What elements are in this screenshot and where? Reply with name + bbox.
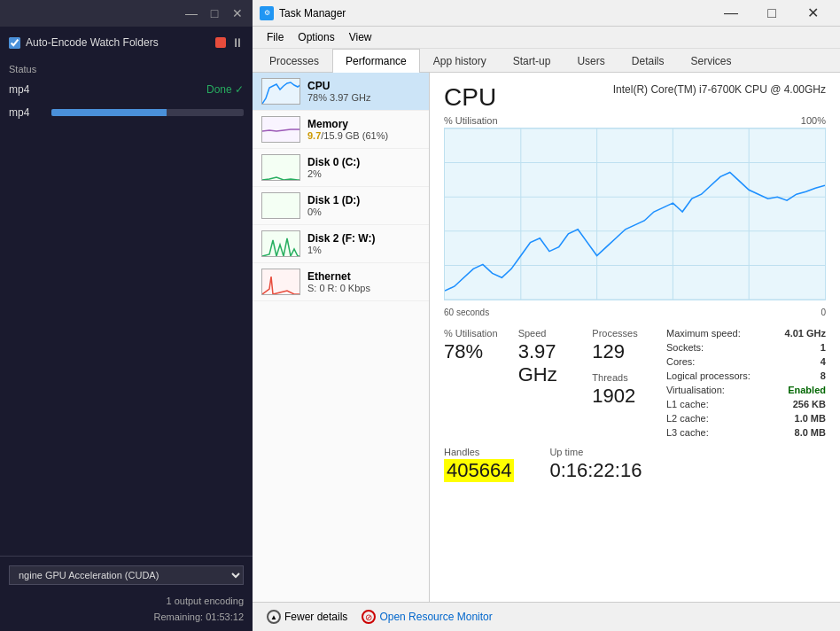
cores-value: 4 xyxy=(821,356,826,367)
cpu-graph xyxy=(444,128,826,300)
max-speed-value: 4.01 GHz xyxy=(785,328,826,339)
auto-encode-row: Auto-Encode Watch Folders ⏸ xyxy=(9,35,244,50)
cores-row: Cores: 4 xyxy=(666,356,826,367)
threads-label: Threads xyxy=(592,372,659,383)
tab-details[interactable]: Details xyxy=(618,49,678,73)
status-label: Status xyxy=(9,64,244,74)
disk0-sidebar-info: Disk 0 (C:) 2% xyxy=(307,156,420,179)
l1-cache-row: L1 cache: 256 KB xyxy=(666,399,826,409)
task-row-1: mp4 Done ✓ xyxy=(9,80,244,99)
menu-file[interactable]: File xyxy=(260,28,291,46)
cpu-util-label: % Utilisation xyxy=(444,115,498,126)
cpu-sidebar-info: CPU 78% 3.97 GHz xyxy=(307,80,420,103)
menu-view[interactable]: View xyxy=(342,28,379,46)
fewer-details-button[interactable]: ▲ Fewer details xyxy=(267,610,347,624)
sockets-row: Sockets: 1 xyxy=(666,342,826,353)
record-indicator xyxy=(215,37,226,48)
close-button[interactable]: ✕ xyxy=(229,5,245,21)
sidebar-item-ethernet[interactable]: Ethernet S: 0 R: 0 Kbps xyxy=(253,263,429,301)
output-row: 1 output encoding xyxy=(9,596,244,606)
virtualisation-label: Virtualisation: xyxy=(666,385,725,395)
maximize-button[interactable]: □ xyxy=(206,5,222,21)
gpu-select[interactable]: ngine GPU Acceleration (CUDA) xyxy=(9,565,244,585)
cpu-header: CPU Intel(R) Core(TM) i7-6700K CPU @ 4.0… xyxy=(444,83,826,112)
tab-users[interactable]: Users xyxy=(564,49,618,73)
task2-name: mp4 xyxy=(9,106,44,119)
eth-sidebar-name: Ethernet xyxy=(307,270,420,283)
left-content: Auto-Encode Watch Folders ⏸ Status mp4 D… xyxy=(0,27,253,556)
tab-app-history[interactable]: App history xyxy=(420,49,500,73)
cpu-sidebar-name: CPU xyxy=(307,80,420,92)
tm-minimize-button[interactable]: — xyxy=(711,0,751,27)
tm-title: Task Manager xyxy=(279,7,711,19)
cpu-mini-chart xyxy=(261,78,300,105)
mem-sidebar-name: Memory xyxy=(307,118,420,130)
disk0-sidebar-name: Disk 0 (C:) xyxy=(307,156,420,168)
disk2-sidebar-name: Disk 2 (F: W:) xyxy=(307,232,420,245)
gpu-row: ngine GPU Acceleration (CUDA) xyxy=(9,565,244,585)
l2-cache-value: 1.0 MB xyxy=(795,413,826,424)
sidebar-item-cpu[interactable]: CPU 78% 3.97 GHz xyxy=(253,73,429,111)
max-speed-row: Maximum speed: 4.01 GHz xyxy=(666,328,826,339)
pause-button[interactable]: ⏸ xyxy=(231,35,244,50)
utilisation-stat: % Utilisation 78% xyxy=(444,328,511,438)
cores-label: Cores: xyxy=(666,356,695,367)
disk2-sidebar-value: 1% xyxy=(307,245,420,255)
menu-options[interactable]: Options xyxy=(291,28,341,46)
left-titlebar-buttons: — □ ✕ xyxy=(183,5,245,21)
logical-processors-label: Logical processors: xyxy=(666,370,751,381)
sidebar-item-disk2[interactable]: Disk 2 (F: W:) 1% xyxy=(253,225,429,263)
left-app-panel: — □ ✕ Auto-Encode Watch Folders ⏸ Status… xyxy=(0,0,253,631)
processes-label: Processes xyxy=(592,328,659,339)
eth-mini-chart xyxy=(261,269,300,295)
l3-cache-label: L3 cache: xyxy=(666,427,709,438)
tm-bottom: ▲ Fewer details ⊘ Open Resource Monitor xyxy=(253,602,840,631)
task1-status: Done ✓ xyxy=(206,83,244,96)
tm-menubar: File Options View xyxy=(253,27,840,49)
tm-titlebar: ⚙ Task Manager — □ ✕ xyxy=(253,0,840,27)
tab-services[interactable]: Services xyxy=(677,49,744,73)
tm-titlebar-buttons: — □ ✕ xyxy=(711,0,833,27)
processes-value: 129 xyxy=(592,340,659,363)
sidebar-item-disk0[interactable]: Disk 0 (C:) 2% xyxy=(253,149,429,187)
tab-processes[interactable]: Processes xyxy=(256,49,332,73)
speed-label: Speed xyxy=(518,328,586,339)
tm-close-button[interactable]: ✕ xyxy=(792,0,833,27)
fewer-details-icon: ▲ xyxy=(267,610,281,624)
cpu-model: Intel(R) Core(TM) i7-6700K CPU @ 4.00GHz xyxy=(613,83,826,96)
tm-sidebar: CPU 78% 3.97 GHz Memory 9.7/15.9 GB (61%… xyxy=(253,73,430,602)
open-rm-label: Open Resource Monitor xyxy=(379,611,492,623)
mem-mini-chart xyxy=(261,116,300,143)
progress-bar xyxy=(51,109,244,116)
open-resource-monitor-button[interactable]: ⊘ Open Resource Monitor xyxy=(362,610,492,624)
minimize-button[interactable]: — xyxy=(183,5,199,21)
disk1-sidebar-value: 0% xyxy=(307,206,420,217)
virtualisation-value: Enabled xyxy=(788,385,826,395)
utilisation-label: % Utilisation xyxy=(444,328,511,339)
speed-stat: Speed 3.97 GHz xyxy=(518,328,586,438)
disk1-sidebar-name: Disk 1 (D:) xyxy=(307,194,420,206)
task-row-2: mp4 xyxy=(9,106,244,119)
left-titlebar: — □ ✕ xyxy=(0,0,253,27)
l1-cache-value: 256 KB xyxy=(793,399,826,409)
tab-startup[interactable]: Start-up xyxy=(500,49,564,73)
utilisation-value: 78% xyxy=(444,340,511,363)
cpu-stats-grid: % Utilisation 78% Speed 3.97 GHz Process… xyxy=(444,328,826,438)
sockets-value: 1 xyxy=(821,342,826,353)
tm-app-icon: ⚙ xyxy=(260,6,274,20)
processes-stat: Processes 129 Threads 1902 xyxy=(592,328,659,438)
speed-value: 3.97 GHz xyxy=(518,340,586,387)
auto-encode-checkbox[interactable] xyxy=(9,37,20,49)
handles-label: Handles xyxy=(444,447,514,457)
tm-tabs: Processes Performance App history Start-… xyxy=(253,49,840,73)
disk1-mini-chart xyxy=(261,192,300,219)
tab-performance[interactable]: Performance xyxy=(332,49,420,73)
mem-sidebar-info: Memory 9.7/15.9 GB (61%) xyxy=(307,118,420,141)
sidebar-item-memory[interactable]: Memory 9.7/15.9 GB (61%) xyxy=(253,111,429,149)
sidebar-item-disk1[interactable]: Disk 1 (D:) 0% xyxy=(253,187,429,225)
l3-cache-row: L3 cache: 8.0 MB xyxy=(666,427,826,438)
tm-maximize-button[interactable]: □ xyxy=(751,0,792,27)
handles-value: 405664 xyxy=(444,459,514,482)
virtualisation-row: Virtualisation: Enabled xyxy=(666,385,826,395)
cpu-time-right: 0 xyxy=(821,308,826,317)
